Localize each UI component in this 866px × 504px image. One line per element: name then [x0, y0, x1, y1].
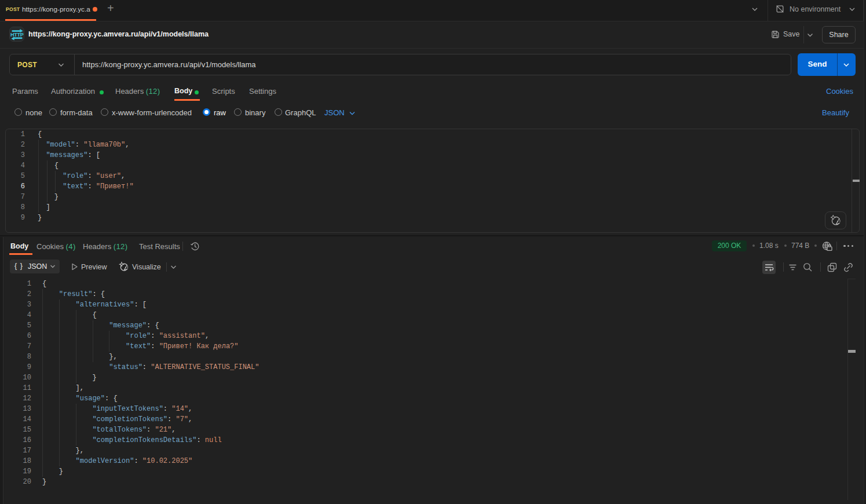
svg-text:HTTP: HTTP	[10, 32, 24, 38]
